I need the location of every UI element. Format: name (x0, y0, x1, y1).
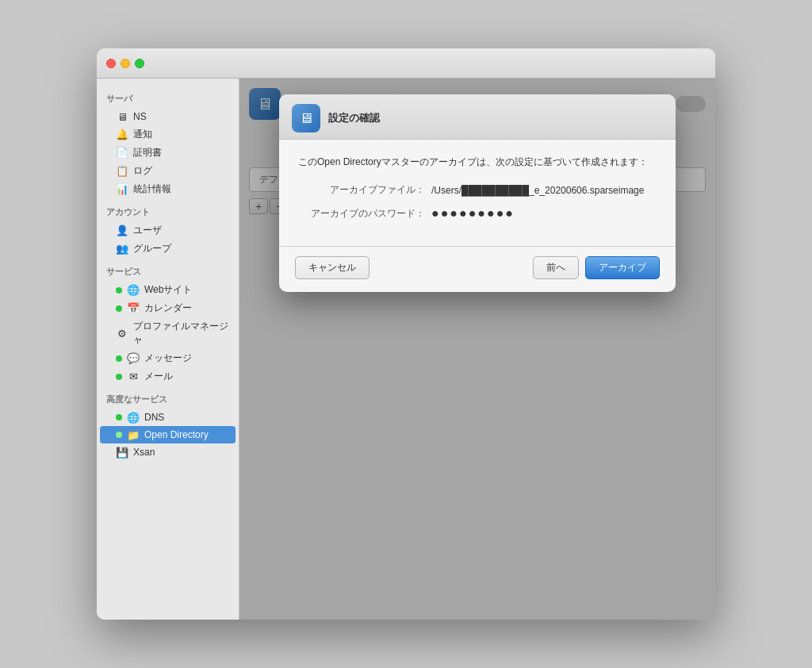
server-section-label: サーバ (97, 85, 239, 108)
sidebar-item-xsan-label: Xsan (133, 447, 155, 458)
archive-file-value: /Users/██████████_e_20200606.sparseimage (431, 185, 644, 196)
sidebar-item-dns[interactable]: 🌐 DNS (100, 409, 236, 426)
right-content: 🖥 オン デフォルトのロケール すべてのネットワーク + − ✎ (239, 79, 715, 620)
back-button[interactable]: 前へ (533, 256, 579, 279)
sidebar-item-profile[interactable]: ⚙ プロファイルマネージャ (100, 317, 236, 349)
calendar-icon: 📅 (127, 302, 140, 315)
advanced-section-label: 高度なサービス (97, 386, 239, 409)
sidebar-item-website-label: Webサイト (144, 283, 192, 297)
messages-status-dot (116, 355, 122, 362)
sidebar-item-profile-label: プロファイルマネージャ (133, 320, 229, 347)
modal-server-icon: 🖥 (292, 104, 320, 132)
statistics-icon: 📊 (116, 183, 128, 196)
sidebar-item-notification[interactable]: 🔔 通知 (100, 125, 236, 144)
action-buttons: 前へ アーカイブ (533, 256, 660, 279)
ns-icon: 🖥 (116, 110, 128, 123)
confirmation-modal: 🖥 設定の確認 このOpen Directoryマスターのアーカイブは、次の設定… (279, 94, 676, 292)
sidebar-item-calendar[interactable]: 📅 カレンダー (100, 299, 236, 317)
minimize-button[interactable] (121, 59, 130, 68)
users-icon: 👤 (116, 225, 128, 237)
sidebar-item-ns-label: NS (133, 111, 147, 122)
dns-icon: 🌐 (127, 411, 140, 424)
sidebar-item-open-directory[interactable]: 📁 Open Directory (100, 426, 236, 443)
sidebar-item-certificate-label: 証明書 (133, 146, 162, 159)
sidebar-item-messages-label: メッセージ (144, 351, 192, 365)
sidebar: サーバ 🖥 NS 🔔 通知 📄 証明書 📋 ログ (97, 79, 239, 620)
sidebar-item-mail-label: メール (144, 370, 173, 383)
modal-footer: キャンセル 前へ アーカイブ (279, 246, 676, 292)
sidebar-item-dns-label: DNS (144, 412, 164, 423)
modal-overlay: 🖥 設定の確認 このOpen Directoryマスターのアーカイブは、次の設定… (239, 79, 715, 620)
modal-body: このOpen Directoryマスターのアーカイブは、次の設定に基づいて作成さ… (279, 140, 676, 246)
sidebar-item-calendar-label: カレンダー (144, 301, 192, 315)
mail-icon: ✉ (127, 370, 140, 383)
sidebar-item-website[interactable]: 🌐 Webサイト (100, 281, 236, 299)
groups-icon: 👥 (116, 243, 128, 255)
sidebar-item-groups[interactable]: 👥 グループ (100, 240, 236, 258)
archive-file-label: アーカイブファイル： (298, 183, 425, 197)
messages-icon: 💬 (127, 352, 140, 365)
cancel-button[interactable]: キャンセル (295, 256, 370, 279)
website-status-dot (116, 287, 122, 294)
website-icon: 🌐 (127, 284, 140, 297)
password-label: アーカイブのパスワード： (298, 207, 425, 221)
sidebar-item-open-directory-label: Open Directory (144, 429, 209, 440)
calendar-status-dot (116, 305, 122, 312)
archive-button[interactable]: アーカイブ (585, 256, 660, 279)
sidebar-item-xsan[interactable]: 💾 Xsan (100, 443, 236, 461)
sidebar-item-groups-label: グループ (133, 242, 171, 255)
log-icon: 📋 (116, 165, 128, 178)
open-directory-status-dot (116, 432, 122, 438)
sidebar-item-statistics[interactable]: 📊 統計情報 (100, 180, 236, 198)
password-value: ●●●●●●●●● (431, 206, 515, 221)
titlebar (97, 48, 715, 79)
sidebar-item-users-label: ユーザ (133, 224, 162, 237)
main-window: サーバ 🖥 NS 🔔 通知 📄 証明書 📋 ログ (97, 48, 715, 620)
sidebar-item-statistics-label: 統計情報 (133, 182, 171, 196)
notification-icon: 🔔 (116, 129, 128, 141)
profile-icon: ⚙ (116, 327, 128, 340)
main-content: サーバ 🖥 NS 🔔 通知 📄 証明書 📋 ログ (97, 79, 715, 620)
modal-titlebar: 🖥 設定の確認 (279, 94, 676, 140)
sidebar-item-certificate[interactable]: 📄 証明書 (100, 144, 236, 162)
mail-status-dot (116, 374, 122, 380)
close-button[interactable] (106, 59, 116, 68)
sidebar-item-users[interactable]: 👤 ユーザ (100, 221, 236, 240)
password-field: アーカイブのパスワード： ●●●●●●●●● (298, 206, 657, 221)
xsan-icon: 💾 (116, 446, 128, 459)
open-directory-icon: 📁 (127, 428, 140, 441)
sidebar-item-mail[interactable]: ✉ メール (100, 367, 236, 386)
sidebar-item-messages[interactable]: 💬 メッセージ (100, 349, 236, 367)
certificate-icon: 📄 (116, 147, 128, 159)
archive-file-field: アーカイブファイル： /Users/██████████_e_20200606.… (298, 183, 657, 197)
services-section-label: サービス (97, 258, 239, 281)
modal-title: 設定の確認 (328, 111, 380, 125)
sidebar-item-ns[interactable]: 🖥 NS (100, 108, 236, 125)
sidebar-item-log[interactable]: 📋 ログ (100, 162, 236, 180)
traffic-lights (106, 59, 144, 68)
account-section-label: アカウント (97, 198, 239, 221)
dns-status-dot (116, 414, 122, 420)
modal-description: このOpen Directoryマスターのアーカイブは、次の設定に基づいて作成さ… (298, 155, 657, 169)
maximize-button[interactable] (135, 59, 144, 68)
sidebar-item-log-label: ログ (133, 164, 152, 178)
sidebar-item-notification-label: 通知 (133, 128, 152, 141)
